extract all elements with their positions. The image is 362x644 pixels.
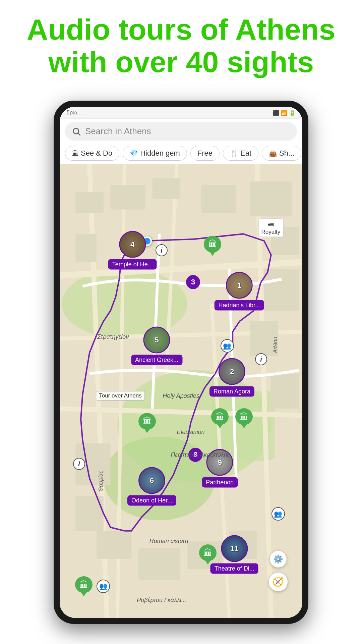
svg-rect-16 — [111, 185, 145, 209]
map-text-aiolou: Αιόλου — [273, 337, 279, 355]
status-icons: ⬛ 📶 🔋 — [273, 110, 296, 116]
temple-label[interactable]: Temple of He... — [108, 259, 157, 270]
map-text-holy-apostles: Holy Apostles — [163, 392, 199, 399]
royalty-poi[interactable]: 🛏 Royalty — [258, 218, 284, 237]
marker-temple-hephaestus[interactable]: 4 Temple of He... — [108, 231, 157, 270]
marker-ancient-greek[interactable]: 5 Ancient Greek... — [131, 326, 182, 365]
status-time: Σρω... — [66, 110, 81, 116]
green-pin-1[interactable]: 🏛 — [204, 236, 221, 256]
search-icon — [72, 127, 81, 136]
svg-rect-23 — [75, 496, 103, 531]
green-pin-2[interactable]: 🏛 — [138, 413, 156, 433]
tour-over-athens-label: Tour over Athens — [96, 391, 145, 400]
marker-odeon[interactable]: 6 Odeon of Her... — [127, 467, 176, 506]
info-button-1[interactable]: i — [156, 244, 168, 256]
bed-icon: 🛏 — [267, 220, 274, 228]
tour-label-text: Tour over Athens — [99, 392, 142, 399]
green-pin-6[interactable]: 🏛 — [75, 576, 93, 596]
filter-eat-label: Eat — [240, 149, 251, 158]
svg-line-1 — [78, 133, 80, 135]
phone-frame: Σρω... ⬛ 📶 🔋 Search in Athens 🏛 See & Do… — [54, 101, 308, 624]
header-section: Audio tours of Athens with over 40 sight… — [0, 0, 362, 89]
compass[interactable]: 🧭 — [269, 573, 288, 591]
shop-icon: 👜 — [269, 149, 277, 157]
map-text-eleusinion: Eleusinion — [177, 428, 204, 435]
map-text-peripathos: Περίπατος Ακρόπολης — [171, 451, 230, 458]
svg-rect-28 — [138, 548, 180, 580]
filter-free[interactable]: Free — [190, 146, 220, 161]
search-input-wrapper[interactable]: Search in Athens — [65, 122, 297, 141]
hadrians-label[interactable]: Hadrian's Libr... — [215, 300, 264, 311]
parthenon-label[interactable]: Parthenon — [202, 477, 238, 488]
waypoint-3[interactable]: 3 — [186, 275, 200, 289]
filter-hidden-gem-label: Hidden gem — [140, 149, 180, 158]
marker-hadrians-library[interactable]: 1 Hadrian's Libr... — [215, 272, 264, 311]
map-text-stratageion: Στρατηγείον — [97, 333, 129, 340]
map-filter-control[interactable]: ⚙️ — [270, 551, 287, 568]
people-button-1[interactable]: 👥 — [221, 339, 234, 353]
filter-see-do-label: See & Do — [81, 149, 112, 158]
ancient-greek-label[interactable]: Ancient Greek... — [131, 355, 182, 365]
svg-rect-19 — [250, 181, 292, 216]
filter-shop-label: Sh... — [279, 149, 294, 158]
phone-screen: Σρω... ⬛ 📶 🔋 Search in Athens 🏛 See & Do… — [60, 107, 302, 618]
people-button-3[interactable]: 👥 — [97, 580, 110, 593]
theatre-label[interactable]: Theatre of Di... — [210, 564, 258, 574]
svg-rect-18 — [201, 185, 236, 213]
eat-icon: 🍴 — [230, 149, 238, 157]
marker-theatre-dionysus[interactable]: 11 Theatre of Di... — [210, 535, 258, 574]
filter-hidden-gem[interactable]: 💎 Hidden gem — [123, 146, 187, 161]
map-text-rovertos: Ροβέρτου Γκάλλι... — [137, 596, 186, 603]
filter-bar: 🏛 See & Do 💎 Hidden gem Free 🍴 Eat 👜 Sh.… — [60, 143, 302, 164]
info-button-3[interactable]: i — [73, 458, 85, 470]
svg-rect-27 — [97, 531, 131, 559]
map-area[interactable]: 🛏 Royalty 🏛 🏛 🏛 — [60, 164, 302, 618]
marker-roman-agora[interactable]: 2 Roman Agora — [209, 358, 254, 397]
search-placeholder: Search in Athens — [85, 126, 151, 137]
svg-point-0 — [73, 128, 79, 133]
map-text-roman-cistern: Roman cistern — [149, 537, 188, 544]
info-button-2[interactable]: i — [255, 353, 267, 365]
search-bar: Search in Athens — [60, 119, 302, 143]
people-button-2[interactable]: 👥 — [272, 507, 285, 521]
filter-shop[interactable]: 👜 Sh... — [262, 146, 301, 161]
svg-rect-15 — [75, 192, 103, 213]
svg-rect-26 — [271, 374, 299, 409]
green-pin-4[interactable]: 🏛 — [235, 408, 253, 428]
filter-free-label: Free — [197, 149, 213, 158]
royalty-label-text: Royalty — [261, 228, 281, 235]
roman-agora-label[interactable]: Roman Agora — [209, 386, 254, 397]
page-title: Audio tours of Athens with over 40 sight… — [20, 13, 342, 78]
svg-rect-24 — [264, 269, 299, 311]
see-do-icon: 🏛 — [72, 150, 79, 157]
green-pin-3[interactable]: 🏛 — [211, 408, 229, 428]
svg-rect-21 — [75, 234, 96, 262]
filter-eat[interactable]: 🍴 Eat — [223, 146, 258, 161]
map-text-theorias: Θεωρίας — [98, 471, 104, 493]
svg-rect-17 — [153, 178, 180, 199]
hidden-gem-icon: 💎 — [130, 149, 138, 157]
filter-see-do[interactable]: 🏛 See & Do — [65, 146, 119, 161]
odeon-label[interactable]: Odeon of Her... — [127, 495, 176, 506]
status-bar: Σρω... ⬛ 📶 🔋 — [60, 107, 302, 119]
